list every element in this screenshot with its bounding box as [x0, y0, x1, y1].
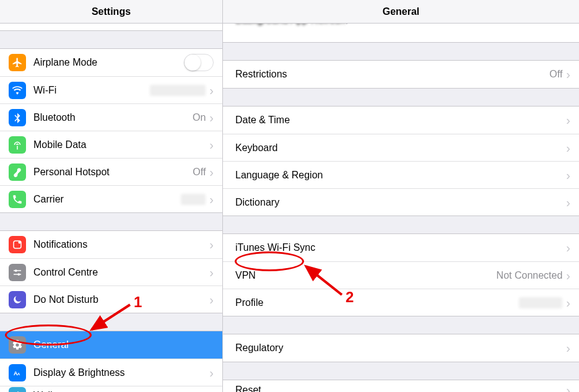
row-value: On — [193, 112, 206, 123]
detail-item-keyboard[interactable]: Keyboard › — [223, 134, 579, 161]
chevron-right-icon: › — [566, 196, 570, 209]
row-label: Personal Hotspot — [33, 167, 193, 178]
svg-point-2 — [15, 269, 17, 272]
row-label: Carrier — [33, 194, 181, 205]
phone-icon — [9, 191, 26, 208]
link-icon — [9, 163, 26, 181]
detail-item-restrictions[interactable]: Restrictions Off › — [223, 61, 579, 88]
row-value: Not Connected — [497, 270, 563, 281]
detail-item-date-time[interactable]: Date & Time › — [223, 107, 579, 134]
row-label: VPN — [235, 270, 497, 281]
sidebar-item-wallpaper[interactable]: Wallpaper › — [0, 386, 222, 392]
chevron-right-icon: › — [209, 139, 214, 151]
sidebar-group-alerts: Notifications › Control Centre › Do Not … — [0, 230, 222, 313]
detail-item-language-region[interactable]: Language & Region › — [223, 161, 579, 188]
detail-pane: General Background App Refresh › Restric… — [223, 0, 579, 392]
detail-group-regulatory: Regulatory › — [223, 334, 579, 362]
detail-prev-group-partial: Background App Refresh › — [223, 24, 579, 43]
detail-item-reset[interactable]: Reset › — [223, 380, 579, 392]
chevron-right-icon: › — [209, 294, 214, 306]
detail-item-regulatory[interactable]: Regulatory › — [223, 334, 579, 362]
row-label: Notifications — [33, 239, 209, 250]
row-label: Background App Refresh — [235, 24, 346, 26]
chevron-right-icon: › — [566, 68, 570, 81]
text-size-icon: AA — [9, 364, 26, 381]
row-label: Bluetooth — [33, 112, 193, 123]
profile-name — [519, 297, 562, 308]
row-label: Airplane Mode — [33, 57, 184, 68]
detail-item-itunes-wifi-sync[interactable]: iTunes Wi-Fi Sync › — [223, 234, 579, 261]
detail-header: General — [223, 0, 579, 24]
bluetooth-icon — [9, 109, 26, 126]
chevron-right-icon: › — [566, 114, 570, 126]
row-label: Restrictions — [235, 69, 549, 80]
sidebar-partial-prev-item[interactable] — [0, 24, 222, 31]
sidebar-item-mobile-data[interactable]: Mobile Data › — [0, 131, 222, 158]
detail-group-restrictions: Restrictions Off › — [223, 60, 579, 89]
sidebar-item-wifi[interactable]: Wi-Fi › — [0, 76, 222, 103]
detail-group-reset: Reset › — [223, 380, 579, 392]
row-label: Keyboard — [235, 142, 566, 154]
sidebar-item-control-centre[interactable]: Control Centre › — [0, 258, 222, 285]
detail-group-sync-vpn: iTunes Wi-Fi Sync › VPN Not Connected › … — [223, 233, 579, 316]
row-label: Control Centre — [33, 267, 209, 278]
airplane-switch[interactable] — [184, 54, 214, 71]
chevron-right-icon: › — [209, 111, 214, 124]
antenna-icon — [9, 136, 26, 154]
chevron-right-icon: › — [209, 390, 214, 393]
chevron-right-icon: › — [209, 84, 214, 97]
sidebar-group-connectivity: Airplane Mode Wi-Fi › Bluetooth — [0, 48, 222, 213]
gear-icon — [9, 336, 26, 354]
row-label: Date & Time — [235, 115, 566, 126]
chevron-right-icon: › — [566, 169, 570, 181]
chevron-right-icon: › — [209, 166, 214, 178]
sidebar-item-do-not-disturb[interactable]: Do Not Disturb › — [0, 285, 222, 313]
row-label: Reset — [235, 385, 566, 392]
chevron-right-icon: › — [566, 242, 570, 254]
row-value: Off — [549, 69, 562, 80]
detail-item-background-app-refresh[interactable]: Background App Refresh › — [223, 24, 579, 42]
detail-group-locale: Date & Time › Keyboard › Language & Regi… — [223, 106, 579, 216]
svg-text:A: A — [17, 372, 20, 375]
chevron-right-icon: › — [346, 24, 350, 27]
chevron-right-icon: › — [209, 367, 214, 379]
row-label: Language & Region — [235, 170, 566, 181]
airplane-icon — [9, 54, 26, 71]
sidebar-item-bluetooth[interactable]: Bluetooth On › — [0, 103, 222, 131]
carrier-name — [181, 194, 206, 205]
row-label: Wi-Fi — [33, 85, 150, 96]
sidebar: Settings Airplane Mode Wi-Fi — [0, 0, 223, 392]
sidebar-item-display-brightness[interactable]: AA Display & Brightness › — [0, 359, 222, 386]
row-label: Profile — [235, 297, 519, 308]
row-label: Do Not Disturb — [33, 294, 209, 305]
row-label: Regulatory — [235, 342, 566, 354]
moon-icon — [9, 291, 26, 308]
chevron-right-icon: › — [566, 384, 570, 392]
chevron-right-icon: › — [209, 238, 214, 251]
row-label: iTunes Wi-Fi Sync — [235, 242, 566, 253]
row-value: Off — [193, 167, 206, 178]
notifications-icon — [9, 236, 26, 253]
detail-item-dictionary[interactable]: Dictionary › — [223, 188, 579, 216]
detail-item-vpn[interactable]: VPN Not Connected › — [223, 261, 579, 289]
chevron-right-icon: › — [566, 142, 570, 154]
sidebar-group-device: General AA Display & Brightness › Wallpa… — [0, 331, 222, 392]
sidebar-item-personal-hotspot[interactable]: Personal Hotspot Off › — [0, 158, 222, 185]
sidebar-item-carrier[interactable]: Carrier › — [0, 185, 222, 212]
sidebar-item-general[interactable]: General — [0, 331, 222, 359]
chevron-right-icon: › — [566, 269, 570, 282]
sidebar-item-notifications[interactable]: Notifications › — [0, 231, 222, 258]
sidebar-item-airplane-mode[interactable]: Airplane Mode — [0, 49, 222, 76]
row-label: Mobile Data — [33, 139, 209, 150]
sliders-icon — [9, 264, 26, 281]
row-label: Wallpaper — [33, 390, 209, 393]
chevron-right-icon: › — [209, 193, 214, 206]
row-label: Dictionary — [235, 197, 566, 208]
wifi-network-name — [150, 85, 206, 96]
wifi-icon — [9, 82, 26, 99]
row-label: General — [33, 339, 214, 351]
detail-item-profile[interactable]: Profile › — [223, 289, 579, 316]
wallpaper-icon — [9, 387, 26, 393]
svg-point-3 — [17, 273, 20, 276]
sidebar-header: Settings — [0, 0, 222, 24]
